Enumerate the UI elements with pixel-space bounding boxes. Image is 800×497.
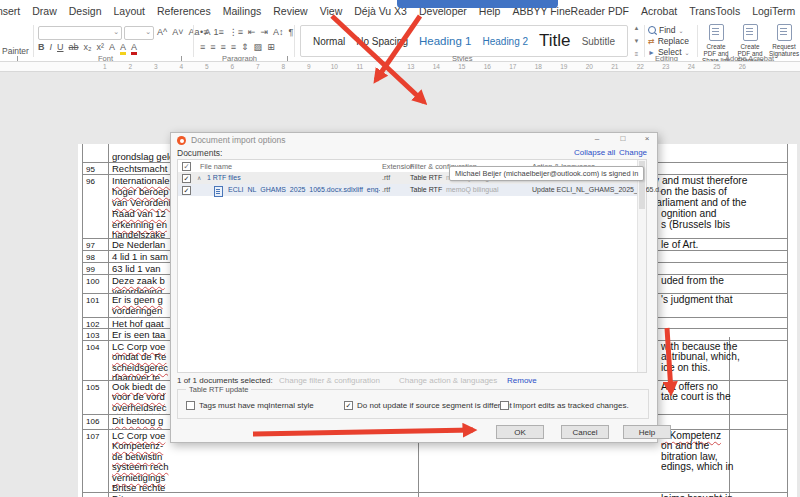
ruler-number: 11 — [347, 63, 373, 70]
menu-tab[interactable]: Design — [69, 5, 102, 17]
ruler-number: 21 — [602, 63, 628, 70]
maximize-icon[interactable]: □ — [615, 133, 631, 145]
menu-tab[interactable]: View — [320, 5, 343, 17]
menu-tab[interactable]: Insert — [0, 5, 20, 17]
italic-icon[interactable]: I — [50, 42, 53, 52]
menu-tab[interactable]: Acrobat — [641, 5, 677, 17]
align-icon[interactable]: ≡ — [221, 42, 226, 52]
list-item[interactable]: ✓ ECLI_NL_GHAMS_2025_1065.docx.sdlxliff_… — [178, 184, 639, 196]
pdf-document-icon — [709, 24, 724, 41]
ruler-number: 25 — [704, 63, 730, 70]
ok-button[interactable]: OK — [496, 425, 544, 439]
ruler-number: 23 — [653, 63, 679, 70]
bold-icon[interactable]: B — [38, 42, 45, 52]
selection-status: 1 of 1 documents selected: — [177, 376, 273, 385]
style-item[interactable]: Heading 1 — [419, 35, 471, 47]
gallery-down-icon: ▼ — [631, 38, 642, 44]
styles-gallery-scroll[interactable]: ▲ ▼ ≡ — [631, 25, 642, 57]
documents-label: Documents: — [177, 148, 222, 158]
ruler-number: 1 — [92, 63, 118, 70]
list-icon[interactable]: ¶ — [289, 27, 294, 37]
style-item[interactable]: Heading 2 — [482, 36, 528, 47]
group-label: Table RTF update — [186, 385, 251, 394]
ruler-number: 4 — [169, 63, 195, 70]
menu-tab[interactable]: Layout — [113, 5, 145, 17]
close-icon[interactable]: × — [639, 133, 655, 145]
file-icon — [214, 186, 223, 197]
highlight-color-icon[interactable]: A — [120, 42, 126, 55]
align-icon[interactable]: ⊞ — [267, 42, 275, 52]
menu-tab[interactable]: References — [157, 5, 211, 17]
ruler-numbers: 1234567891011121314151617181920212223242… — [92, 63, 755, 70]
ruler-number: 26 — [730, 63, 756, 70]
tags-mqinternal-checkbox[interactable] — [186, 401, 195, 410]
font-effect-icon[interactable]: Aa — [189, 27, 200, 37]
pdf-document-icon — [777, 24, 792, 41]
row-checkbox[interactable]: ✓ — [182, 186, 191, 195]
word-app-window: { "menubar": { "items": [ {"label":"Inse… — [0, 0, 800, 497]
menu-tab[interactable]: Review — [273, 5, 307, 17]
ruler-number: 20 — [577, 63, 603, 70]
menu-bar: InsertDrawDesignLayoutReferencesMailings… — [0, 0, 800, 22]
signed-in-tooltip: Michael Beijer (michaelbeijer@outlook.co… — [449, 166, 644, 181]
paragraph-align-icons: ≡≡≡≡⇕▨⊞ — [200, 42, 275, 52]
remove-link[interactable]: Remove — [507, 376, 537, 385]
collapse-all-link[interactable]: Collapse all — [574, 148, 615, 157]
list-icon[interactable]: 1≡ — [213, 27, 223, 37]
find-button[interactable]: Find⌄ — [648, 25, 684, 35]
gallery-more-icon: ≡ — [631, 51, 642, 57]
ruler-number: 17 — [500, 63, 526, 70]
subscript-icon[interactable]: x₂ — [84, 42, 92, 52]
select-all-checkbox[interactable]: ✓ — [182, 162, 191, 171]
font-effect-icon[interactable]: A^ — [157, 27, 167, 37]
list-icon[interactable]: •≡ — [200, 27, 208, 37]
style-item[interactable]: Title — [539, 31, 571, 51]
font-name-combo[interactable]: ⌄ — [38, 26, 122, 40]
menu-tab[interactable]: LogiTerm — [752, 5, 795, 17]
ruler-number: 16 — [475, 63, 501, 70]
list-icon[interactable]: ⋮≡ — [229, 27, 243, 37]
row-checkbox[interactable]: ✓ — [182, 174, 191, 183]
menu-tab[interactable]: Draw — [32, 5, 57, 17]
font-size-combo[interactable]: ⌄ — [124, 26, 154, 40]
ruler-number: 14 — [424, 63, 450, 70]
import-tracked-changes-checkbox[interactable] — [500, 401, 509, 410]
no-update-if-different-checkbox[interactable]: ✓ — [344, 401, 353, 410]
align-icon[interactable]: ▨ — [254, 42, 263, 52]
ruler-number: 5 — [194, 63, 220, 70]
align-icon[interactable]: ⇕ — [241, 42, 249, 52]
ruler-number: 6 — [220, 63, 246, 70]
menu-tab[interactable]: Mailings — [223, 5, 262, 17]
underline-icon[interactable]: U — [57, 42, 64, 52]
font-effect-icon[interactable]: A˅ — [172, 27, 183, 37]
ruler[interactable]: 1234567891011121314151617181920212223242… — [0, 61, 800, 72]
collapse-caret-icon: ∧ — [197, 174, 201, 181]
change-filter-link: Change filter & configuration — [279, 376, 380, 385]
align-icon[interactable]: ≡ — [231, 42, 236, 52]
menu-tab[interactable]: TransTools — [689, 5, 740, 17]
change-action-link: Change action & languages — [399, 376, 497, 385]
cancel-button[interactable]: Cancel — [561, 425, 609, 439]
ruler-number: 12 — [373, 63, 399, 70]
ruler-number: 7 — [245, 63, 271, 70]
list-icon[interactable]: A↕ — [273, 27, 284, 37]
style-item[interactable]: No Spacing — [356, 36, 408, 47]
text-effects-icon[interactable]: A — [109, 42, 115, 52]
format-painter-label[interactable]: Painter — [2, 46, 29, 56]
style-item[interactable]: Subtitle — [582, 36, 615, 47]
replace-icon: ⇄ — [648, 37, 655, 46]
replace-button[interactable]: ⇄ Replace — [648, 36, 689, 46]
help-button[interactable]: Help — [623, 425, 671, 439]
superscript-icon[interactable]: x² — [97, 42, 105, 52]
font-color-icon[interactable]: A — [131, 42, 137, 55]
align-icon[interactable]: ≡ — [200, 42, 205, 52]
list-icon[interactable]: ⇤ — [248, 27, 256, 37]
strikethrough-icon[interactable]: ab — [69, 42, 79, 52]
scrollbar[interactable] — [637, 160, 646, 372]
align-icon[interactable]: ≡ — [210, 42, 215, 52]
list-icon[interactable]: ⇥ — [260, 27, 268, 37]
ribbon: Painter ⌄ ⌄ A^A˅AaA B I U ab x₂ x² A A A… — [0, 22, 800, 61]
style-item[interactable]: Normal — [313, 36, 345, 47]
minimize-icon[interactable]: – — [589, 133, 605, 145]
ruler-number: 10 — [322, 63, 348, 70]
